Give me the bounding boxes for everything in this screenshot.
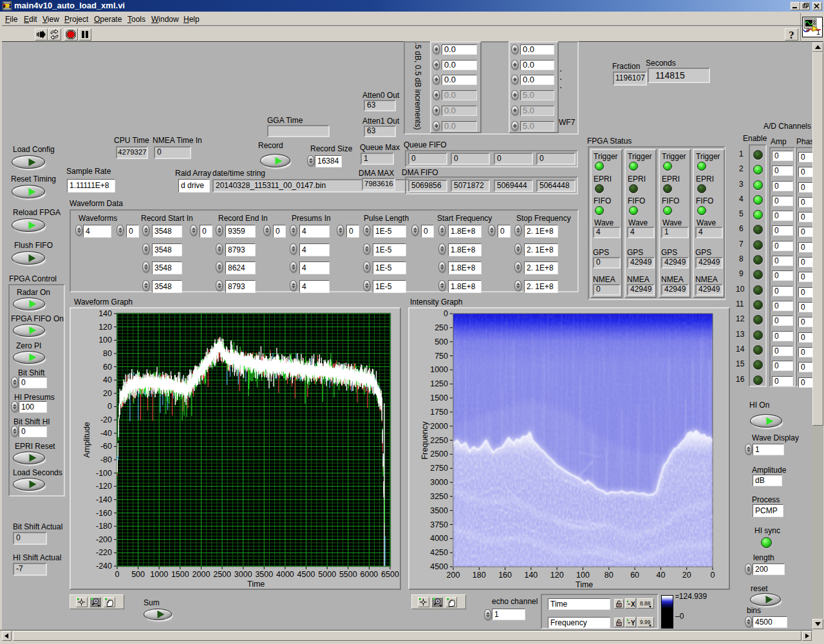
svg-text:Time: Time — [576, 580, 593, 589]
svg-text:80: 80 — [604, 571, 613, 580]
svg-text:0: 0 — [444, 309, 448, 318]
svg-text:4000: 4000 — [430, 534, 448, 543]
svg-text:4500: 4500 — [430, 562, 448, 571]
svg-text:40: 40 — [656, 571, 665, 580]
svg-text:100: 100 — [576, 571, 590, 580]
svg-text:Y: Y — [631, 620, 635, 627]
svg-text:Frequency: Frequency — [420, 421, 429, 460]
svg-text:200: 200 — [447, 571, 460, 580]
svg-text:180: 180 — [473, 571, 486, 580]
svg-text:X: X — [631, 601, 635, 608]
svg-text:3750: 3750 — [430, 520, 448, 529]
svg-text:120: 120 — [550, 571, 564, 580]
svg-text:2250: 2250 — [430, 436, 448, 445]
svg-text:20: 20 — [682, 571, 691, 580]
svg-text:1000: 1000 — [430, 365, 448, 374]
svg-text:0: 0 — [711, 571, 715, 580]
svg-text:4250: 4250 — [430, 548, 448, 557]
svg-text:3250: 3250 — [430, 492, 448, 501]
svg-text:140: 140 — [524, 571, 538, 580]
svg-text:8.88: 8.88 — [640, 600, 651, 607]
svg-text:60: 60 — [630, 571, 639, 580]
svg-text:3500: 3500 — [430, 506, 448, 515]
svg-text:250: 250 — [435, 323, 448, 332]
svg-text:2750: 2750 — [430, 464, 448, 473]
svg-text:750: 750 — [435, 352, 448, 361]
svg-text:3000: 3000 — [430, 478, 448, 487]
svg-text:9.99: 9.99 — [640, 619, 651, 625]
svg-text:500: 500 — [435, 337, 448, 346]
svg-text:160: 160 — [498, 571, 512, 580]
svg-text:2500: 2500 — [430, 450, 448, 459]
svg-text:1250: 1250 — [430, 379, 448, 388]
svg-text:1750: 1750 — [430, 408, 448, 417]
svg-text:2000: 2000 — [430, 422, 448, 431]
svg-text:1500: 1500 — [430, 393, 448, 402]
